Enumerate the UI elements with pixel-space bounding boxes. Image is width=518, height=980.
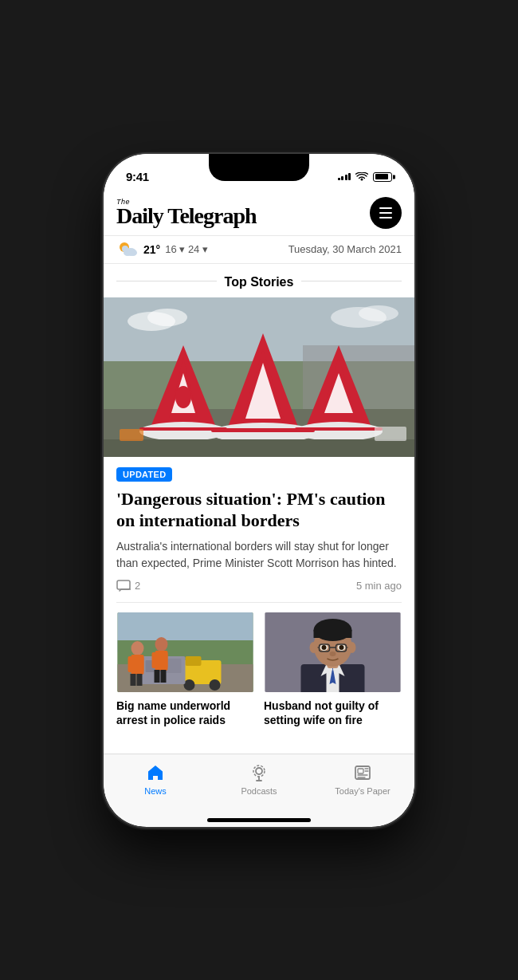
svg-point-70 <box>322 645 327 650</box>
updated-badge: UPDATED <box>116 467 172 482</box>
menu-button[interactable] <box>370 197 402 229</box>
logo-name: Daily Telegraph <box>116 206 257 227</box>
svg-point-13 <box>175 386 191 408</box>
svg-rect-26 <box>104 439 414 457</box>
newspaper-icon <box>352 762 373 783</box>
svg-point-32 <box>359 305 398 321</box>
comment-icon <box>116 580 131 592</box>
svg-rect-55 <box>155 670 160 683</box>
nav-label-todays-paper: Today's Paper <box>335 786 390 796</box>
svg-rect-67 <box>314 630 352 638</box>
weather-bar: 21° 16 ▾ 24 ▾ Tuesday, 30 March 2021 <box>104 236 414 264</box>
svg-rect-27 <box>120 429 143 441</box>
phone-frame: 9:41 <box>104 154 414 827</box>
logo: The Daily Telegraph <box>116 199 257 227</box>
svg-rect-28 <box>375 427 406 441</box>
time-ago: 5 min ago <box>356 580 402 592</box>
svg-rect-48 <box>140 656 144 672</box>
svg-point-4 <box>122 246 128 252</box>
app-header: The Daily Telegraph <box>104 189 414 236</box>
weather-range: 16 ▾ 24 ▾ <box>165 243 208 255</box>
home-indicator <box>104 820 414 826</box>
weather-icon <box>116 241 139 258</box>
svg-point-45 <box>131 641 144 655</box>
nav-label-podcasts: Podcasts <box>241 786 277 796</box>
svg-rect-33 <box>117 581 130 589</box>
portrait-svg <box>264 612 402 692</box>
notch <box>209 154 309 181</box>
scroll-spacer <box>104 738 414 754</box>
svg-point-79 <box>348 642 356 653</box>
svg-rect-49 <box>131 674 136 686</box>
news-card-1[interactable]: Big name underworld arrest in police rai… <box>116 612 254 729</box>
svg-rect-85 <box>358 769 363 773</box>
svg-rect-25 <box>295 427 383 431</box>
nav-item-news[interactable]: News <box>104 762 207 796</box>
svg-rect-54 <box>164 652 168 668</box>
svg-rect-47 <box>128 656 132 672</box>
svg-point-30 <box>147 309 187 326</box>
article-summary: Australia's international borders will s… <box>116 538 402 572</box>
svg-point-40 <box>184 679 195 691</box>
svg-rect-50 <box>137 674 143 686</box>
svg-point-3 <box>129 250 137 256</box>
comment-section[interactable]: 2 <box>116 580 140 592</box>
hamburger-icon <box>379 207 392 218</box>
svg-point-77 <box>330 651 336 656</box>
wifi-icon <box>355 172 368 182</box>
svg-rect-56 <box>161 670 167 683</box>
two-col-news: Big name underworld arrest in police rai… <box>104 603 414 738</box>
svg-point-51 <box>155 637 168 651</box>
podcast-icon <box>249 762 269 783</box>
svg-point-71 <box>339 645 344 650</box>
phone-screen: 9:41 <box>104 154 414 827</box>
svg-rect-53 <box>152 652 156 668</box>
card-1-image <box>116 612 254 692</box>
hero-image <box>104 297 414 457</box>
card-2-image <box>264 612 402 692</box>
nav-label-news: News <box>144 786 167 796</box>
article-meta: 2 5 min ago <box>116 580 402 592</box>
bottom-nav: News Podcasts <box>104 754 414 820</box>
svg-point-41 <box>210 679 221 691</box>
card-1-title: Big name underworld arrest in police rai… <box>116 699 254 729</box>
nav-item-todays-paper[interactable]: Today's Paper <box>311 762 414 796</box>
status-time: 9:41 <box>126 170 149 183</box>
comment-count: 2 <box>135 580 140 592</box>
scroll-area[interactable]: Top Stories <box>104 264 414 754</box>
card-2-title: Husband not guilty of setting wife on fi… <box>264 699 402 729</box>
section-header: Top Stories <box>104 264 414 297</box>
svg-point-78 <box>310 642 318 653</box>
svg-point-80 <box>256 768 262 774</box>
section-title: Top Stories <box>217 275 302 289</box>
nav-item-podcasts[interactable]: Podcasts <box>207 762 311 796</box>
hero-plane-svg <box>104 297 414 457</box>
main-article[interactable]: UPDATED 'Dangerous situation': PM's caut… <box>104 457 414 602</box>
weather-date: Tuesday, 30 March 2021 <box>288 243 402 255</box>
battery-icon <box>373 172 392 182</box>
signal-icon <box>338 173 351 180</box>
house-icon <box>145 762 166 783</box>
status-icons <box>338 172 393 182</box>
article-title: 'Dangerous situation': PM's caution on i… <box>116 488 402 532</box>
svg-rect-39 <box>186 656 202 666</box>
news-card-2[interactable]: Husband not guilty of setting wife on fi… <box>264 612 402 729</box>
temperature: 21° <box>143 243 160 256</box>
workers-svg <box>116 612 254 692</box>
